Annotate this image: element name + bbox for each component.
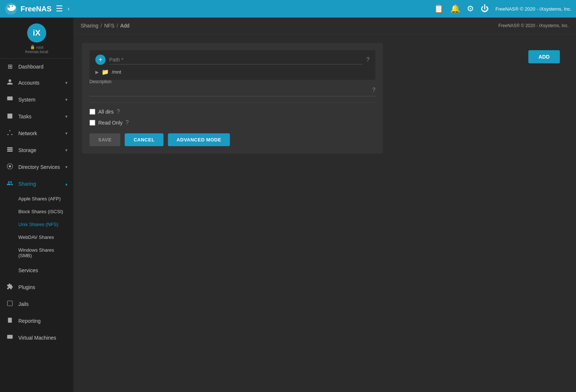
chevron-down-icon: ▾ <box>65 148 67 153</box>
cancel-button[interactable]: CANCEL <box>125 133 163 146</box>
sidebar-item-webdav[interactable]: WebDAV Shares <box>0 231 73 244</box>
storage-icon <box>6 146 14 154</box>
read-only-help-icon[interactable]: ? <box>125 119 129 126</box>
path-add-icon-button[interactable]: + <box>95 55 106 65</box>
sidebar-item-label: Reporting <box>18 318 41 324</box>
sidebar-item-label: Sharing <box>18 181 36 187</box>
add-button[interactable]: ADD <box>528 50 560 63</box>
dir-item-label: /mnt <box>112 69 121 75</box>
svg-point-7 <box>11 134 12 135</box>
path-help-icon[interactable]: ? <box>366 56 370 63</box>
sidebar-item-label: Network <box>18 130 37 136</box>
svg-point-2 <box>12 5 13 7</box>
save-button[interactable]: SAVE <box>89 133 120 146</box>
sidebar-item-label: Dashboard <box>18 64 44 70</box>
sidebar-item-network[interactable]: Network ▾ <box>0 125 73 142</box>
sidebar-lock: 🔒 root <box>30 45 43 49</box>
power-icon[interactable]: ⏻ <box>481 4 489 14</box>
sidebar-item-label: Storage <box>18 147 36 153</box>
settings-icon[interactable]: ⚙ <box>467 4 474 14</box>
chevron-down-icon: ▾ <box>65 80 67 85</box>
svg-point-1 <box>8 6 10 8</box>
menu-icon[interactable]: ☰ <box>56 4 63 14</box>
sidebar-item-jails[interactable]: Jails <box>0 296 73 313</box>
sidebar-sub-label: Block Shares (iSCSI) <box>18 209 63 214</box>
sidebar-sub-label: Unix Shares (NFS) <box>18 222 58 227</box>
breadcrumb-sep-1: / <box>100 23 102 29</box>
chevron-down-icon: ▾ <box>65 164 67 170</box>
sidebar-item-label: Accounts <box>18 80 40 86</box>
sidebar-item-virtual-machines[interactable]: Virtual Machines <box>0 329 73 346</box>
svg-rect-9 <box>7 149 13 150</box>
sidebar-user: iX 🔒 root freenas.local <box>0 18 73 59</box>
sidebar-item-reporting[interactable]: Reporting <box>0 313 73 329</box>
sidebar: iX 🔒 root freenas.local ⊞ Dashboard Acco… <box>0 18 73 392</box>
sidebar-item-iscsi[interactable]: Block Shares (iSCSI) <box>0 205 73 218</box>
tasks-icon[interactable]: 📋 <box>434 4 444 14</box>
copyright-text: FreeNAS® © 2020 - iXsystems, Inc. <box>495 6 572 12</box>
sidebar-item-nfs[interactable]: Unix Shares (NFS) <box>0 218 73 231</box>
form-container: ADD + ? ▶ 📁 /mnt <box>82 43 567 154</box>
vm-icon <box>6 334 14 342</box>
sharing-icon <box>6 180 14 188</box>
read-only-row: Read Only ? <box>89 119 375 126</box>
action-row: SAVE CANCEL ADVANCED MODE <box>89 133 375 146</box>
all-dirs-help-icon[interactable]: ? <box>117 108 120 115</box>
jails-icon <box>6 300 14 308</box>
sidebar-item-tasks[interactable]: Tasks ▾ <box>0 108 73 125</box>
sidebar-item-label: Services <box>18 267 38 273</box>
path-input[interactable] <box>109 55 363 64</box>
back-icon[interactable]: ‹ <box>67 5 69 12</box>
read-only-checkbox[interactable] <box>89 120 95 126</box>
avatar: iX <box>27 23 46 42</box>
sidebar-item-smb[interactable]: Windows Shares (SMB) <box>0 244 73 262</box>
breadcrumb: Sharing / NFS / Add <box>81 23 129 29</box>
folder-icon: 📁 <box>102 69 109 75</box>
path-section: + ? ▶ 📁 /mnt <box>89 50 375 80</box>
form-divider <box>89 102 375 103</box>
sidebar-username: root <box>36 45 43 49</box>
tasks-nav-icon <box>6 112 14 121</box>
description-input[interactable] <box>89 86 369 95</box>
plugins-icon <box>6 283 14 291</box>
sidebar-item-label: Directory Services <box>18 164 60 170</box>
chevron-down-icon: ▾ <box>65 114 67 119</box>
sidebar-item-accounts[interactable]: Accounts ▾ <box>0 74 73 91</box>
sidebar-item-sharing[interactable]: Sharing ▴ <box>0 175 73 192</box>
sidebar-item-storage[interactable]: Storage ▾ <box>0 142 73 159</box>
svg-point-12 <box>9 165 11 167</box>
svg-rect-14 <box>7 335 13 339</box>
dir-tree-row: ▶ 📁 /mnt <box>95 69 370 75</box>
all-dirs-label: All dirs <box>98 109 114 115</box>
sidebar-item-services[interactable]: Services <box>0 262 73 279</box>
svg-rect-8 <box>7 147 13 148</box>
form-card: + ? ▶ 📁 /mnt Description <box>82 43 383 154</box>
all-dirs-row: All dirs ? <box>89 108 375 115</box>
breadcrumb-sharing[interactable]: Sharing <box>81 23 98 29</box>
notifications-icon[interactable]: 🔔 <box>450 4 460 14</box>
content-area: Sharing / NFS / Add FreeNAS® © 2020 - iX… <box>73 18 576 392</box>
sidebar-item-label: System <box>18 97 36 103</box>
sidebar-item-plugins[interactable]: Plugins <box>0 279 73 296</box>
description-help-icon[interactable]: ? <box>372 87 375 93</box>
sidebar-item-directory-services[interactable]: Directory Services ▾ <box>0 159 73 175</box>
svg-rect-13 <box>7 301 12 306</box>
sidebar-hostname: freenas.local <box>25 49 48 54</box>
all-dirs-checkbox[interactable] <box>89 109 95 115</box>
breadcrumb-sep-2: / <box>117 23 118 29</box>
sidebar-item-system[interactable]: System ▾ <box>0 91 73 108</box>
services-icon <box>6 266 14 274</box>
sidebar-item-label: Jails <box>18 301 29 307</box>
chevron-up-icon: ▴ <box>65 181 67 186</box>
sidebar-item-afp[interactable]: Apple Shares (AFP) <box>0 192 73 205</box>
breadcrumb-nfs[interactable]: NFS <box>104 23 114 29</box>
sidebar-item-dashboard[interactable]: ⊞ Dashboard <box>0 59 73 74</box>
dir-chevron-icon[interactable]: ▶ <box>95 70 99 75</box>
sidebar-item-label: Plugins <box>18 284 35 290</box>
description-field-row: Description ? <box>89 86 375 96</box>
topbar: FreeNAS ☰ ‹ 📋 🔔 ⚙ ⏻ FreeNAS® © 2020 - iX… <box>0 0 576 18</box>
advanced-mode-button[interactable]: ADVANCED MODE <box>168 133 230 146</box>
sidebar-item-label: Tasks <box>18 114 32 119</box>
svg-point-6 <box>7 134 8 135</box>
chevron-down-icon: ▾ <box>65 97 67 102</box>
